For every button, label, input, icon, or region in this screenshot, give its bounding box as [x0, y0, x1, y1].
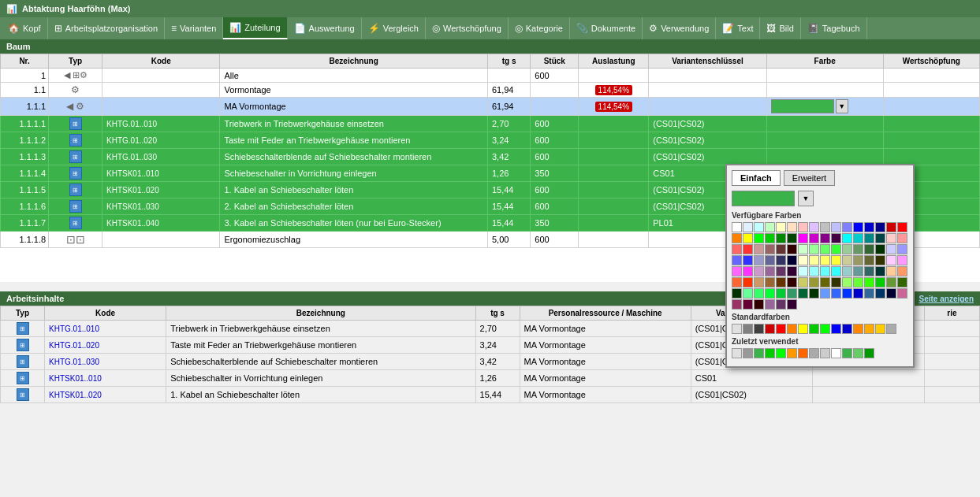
recent-color-cell[interactable]	[776, 348, 786, 358]
color-cell[interactable]	[842, 266, 852, 276]
color-cell[interactable]	[853, 244, 863, 254]
nav-item-wertschoepfung[interactable]: ◎Wertschöpfung	[426, 17, 509, 39]
color-cell[interactable]	[754, 255, 764, 265]
color-cell[interactable]	[875, 233, 885, 243]
nav-item-dokumente[interactable]: 📎Dokumente	[570, 17, 643, 39]
recent-color-cell[interactable]	[732, 348, 742, 358]
standard-color-cell[interactable]	[787, 324, 797, 334]
color-cell[interactable]	[831, 277, 841, 287]
color-cell[interactable]	[743, 277, 753, 287]
color-cell[interactable]	[798, 222, 808, 232]
standard-color-cell[interactable]	[820, 324, 830, 334]
color-cell[interactable]	[886, 222, 896, 232]
color-cell[interactable]	[875, 277, 885, 287]
color-cell[interactable]	[787, 288, 797, 299]
color-cell[interactable]	[743, 255, 753, 265]
color-cell[interactable]	[765, 277, 775, 287]
color-cell[interactable]	[897, 255, 907, 265]
color-cell[interactable]	[831, 266, 841, 276]
color-cell[interactable]	[776, 277, 786, 287]
color-cell[interactable]	[809, 266, 819, 276]
color-cell[interactable]	[831, 222, 841, 232]
arbeit-row[interactable]: ⊞KHTSK01..0201. Kabel an Schiebeschalter…	[1, 387, 980, 403]
color-cell[interactable]	[776, 288, 786, 299]
color-cell[interactable]	[809, 222, 819, 232]
color-cell[interactable]	[875, 288, 885, 299]
color-cell[interactable]	[787, 255, 797, 265]
color-cell[interactable]	[820, 222, 830, 232]
color-cell[interactable]	[732, 299, 742, 310]
color-cell[interactable]	[831, 244, 841, 254]
color-cell[interactable]	[820, 255, 830, 265]
color-cell[interactable]	[853, 277, 863, 287]
color-cell[interactable]	[886, 244, 896, 254]
color-cell[interactable]	[798, 266, 808, 276]
color-cell[interactable]	[787, 233, 797, 243]
nav-item-verwendung[interactable]: ⚙Verwendung	[643, 17, 716, 39]
color-cell[interactable]	[809, 255, 819, 265]
color-cell[interactable]	[875, 222, 885, 232]
color-cell[interactable]	[765, 288, 775, 299]
nav-item-kategorie[interactable]: ◎Kategorie	[509, 17, 570, 39]
standard-color-cell[interactable]	[754, 324, 764, 334]
recent-color-cell[interactable]	[754, 348, 764, 358]
tree-row[interactable]: 1.1.1.2⊞KHTG.01..020Taste mit Feder an T…	[1, 132, 980, 149]
color-cell[interactable]	[809, 244, 819, 254]
recent-color-cell[interactable]	[864, 348, 874, 358]
color-cell[interactable]	[798, 277, 808, 287]
recent-color-cell[interactable]	[853, 348, 863, 358]
color-cell[interactable]	[853, 255, 863, 265]
color-cell[interactable]	[897, 244, 907, 254]
color-cell[interactable]	[765, 266, 775, 276]
color-cell[interactable]	[853, 266, 863, 276]
color-cell[interactable]	[864, 244, 874, 254]
color-cell[interactable]	[787, 277, 797, 287]
color-cell[interactable]	[776, 299, 786, 310]
standard-color-cell[interactable]	[798, 324, 808, 334]
color-cell[interactable]	[776, 222, 786, 232]
color-cell[interactable]	[743, 222, 753, 232]
standard-color-cell[interactable]	[765, 324, 775, 334]
color-cell[interactable]	[842, 244, 852, 254]
color-cell[interactable]	[776, 233, 786, 243]
nav-item-varianten[interactable]: ≡Varianten	[165, 17, 223, 39]
color-cell[interactable]	[754, 299, 764, 310]
color-cell[interactable]	[820, 266, 830, 276]
tree-row[interactable]: 1.1⚙Vormontage61,94114,54%	[1, 83, 980, 98]
color-cell[interactable]	[820, 288, 830, 299]
color-cell[interactable]	[754, 288, 764, 299]
color-cell[interactable]	[732, 288, 742, 299]
recent-color-cell[interactable]	[809, 348, 819, 358]
nav-item-kopf[interactable]: 🏠Kopf	[2, 17, 48, 39]
color-cell[interactable]	[897, 222, 907, 232]
color-cell[interactable]	[820, 277, 830, 287]
color-cell[interactable]	[787, 266, 797, 276]
color-cell[interactable]	[853, 288, 863, 299]
color-cell[interactable]	[732, 222, 742, 232]
standard-color-cell[interactable]	[743, 324, 753, 334]
tree-row[interactable]: 1.1.1◀ ⚙MA Vormontage61,94114,54%▼	[1, 98, 980, 116]
color-cell[interactable]	[754, 266, 764, 276]
standard-color-cell[interactable]	[864, 324, 874, 334]
color-cell[interactable]	[842, 222, 852, 232]
color-cell[interactable]	[809, 233, 819, 243]
color-cell[interactable]	[743, 233, 753, 243]
recent-color-cell[interactable]	[820, 348, 830, 358]
color-cell[interactable]	[886, 277, 896, 287]
color-cell[interactable]	[820, 244, 830, 254]
color-cell[interactable]	[732, 244, 742, 254]
color-cell[interactable]	[743, 244, 753, 254]
color-cell[interactable]	[765, 244, 775, 254]
color-cell[interactable]	[853, 222, 863, 232]
nav-item-auswertung[interactable]: 📄Auswertung	[288, 17, 362, 39]
color-cell[interactable]	[732, 255, 742, 265]
standard-color-cell[interactable]	[776, 324, 786, 334]
color-cell[interactable]	[743, 288, 753, 299]
color-cell[interactable]	[831, 288, 841, 299]
tree-row[interactable]: 1◀ ⊞⚙Alle600	[1, 69, 980, 83]
nav-item-tagebuch[interactable]: 📓Tagebuch	[801, 17, 867, 39]
standard-color-cell[interactable]	[732, 324, 742, 334]
color-cell[interactable]	[886, 255, 896, 265]
color-cell[interactable]	[809, 288, 819, 299]
color-cell[interactable]	[798, 255, 808, 265]
